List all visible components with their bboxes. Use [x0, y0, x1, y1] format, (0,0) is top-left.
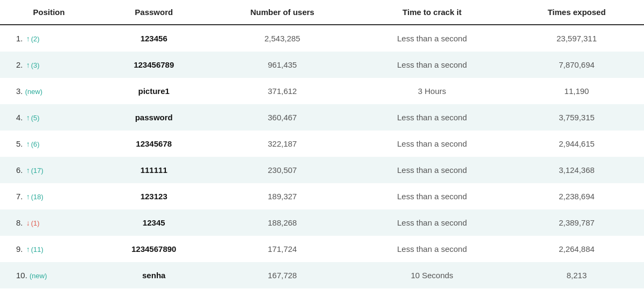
- table-header-row: Position Password Number of users Time t…: [0, 0, 644, 25]
- rank-number: 4.: [16, 113, 23, 122]
- table-row: 1. ↑(2)1234562,543,285Less than a second…: [0, 25, 644, 52]
- cell-password: 12345678: [98, 131, 210, 157]
- position-change: (6): [31, 140, 40, 148]
- arrow-down-icon: ↓: [26, 219, 30, 227]
- cell-position: 3. (new): [0, 78, 98, 104]
- rank-number: 6.: [16, 165, 23, 175]
- header-times-exposed: Times exposed: [509, 0, 644, 25]
- cell-password: 123123: [98, 183, 210, 209]
- cell-num-users: 171,724: [210, 236, 355, 262]
- arrow-up-icon: ↑: [26, 61, 30, 69]
- cell-position: 1. ↑(2): [0, 25, 98, 52]
- cell-num-users: 360,467: [210, 104, 355, 131]
- cell-position: 2. ↑(3): [0, 52, 98, 78]
- arrow-up-icon: ↑: [26, 245, 30, 254]
- cell-time-to-crack: Less than a second: [355, 25, 509, 52]
- cell-times-exposed: 2,389,787: [509, 209, 644, 236]
- cell-times-exposed: 11,190: [509, 78, 644, 104]
- cell-time-to-crack: 3 Hours: [355, 78, 509, 104]
- rank-number: 1.: [16, 34, 23, 43]
- rank-number: 9.: [16, 244, 23, 254]
- cell-times-exposed: 2,238,694: [509, 183, 644, 209]
- rank-number: 8.: [16, 218, 23, 227]
- cell-times-exposed: 23,597,311: [509, 25, 644, 52]
- cell-times-exposed: 2,944,615: [509, 131, 644, 157]
- position-change: (3): [31, 61, 40, 69]
- cell-position: 8. ↓(1): [0, 209, 98, 236]
- cell-password: password: [98, 104, 210, 131]
- arrow-up-icon: ↑: [26, 113, 30, 122]
- cell-password: senha: [98, 262, 210, 288]
- cell-time-to-crack: Less than a second: [355, 104, 509, 131]
- position-change: (5): [31, 114, 40, 122]
- cell-password: picture1: [98, 78, 210, 104]
- cell-num-users: 167,728: [210, 262, 355, 288]
- header-position: Position: [0, 0, 98, 25]
- cell-time-to-crack: Less than a second: [355, 209, 509, 236]
- arrow-up-icon: ↑: [26, 34, 30, 43]
- cell-position: 7. ↑(18): [0, 183, 98, 209]
- cell-times-exposed: 8,213: [509, 262, 644, 288]
- header-time-to-crack: Time to crack it: [355, 0, 509, 25]
- cell-time-to-crack: Less than a second: [355, 131, 509, 157]
- cell-times-exposed: 2,264,884: [509, 236, 644, 262]
- position-change: (11): [31, 245, 43, 254]
- cell-time-to-crack: Less than a second: [355, 52, 509, 78]
- rank-number: 7.: [16, 192, 23, 201]
- table-row: 5. ↑(6)12345678322,187Less than a second…: [0, 131, 644, 157]
- header-num-users: Number of users: [210, 0, 355, 25]
- table-row: 6. ↑(17)111111230,507Less than a second3…: [0, 157, 644, 183]
- cell-password: 1234567890: [98, 236, 210, 262]
- arrow-up-icon: ↑: [26, 140, 30, 148]
- cell-position: 9. ↑(11): [0, 236, 98, 262]
- cell-num-users: 188,268: [210, 209, 355, 236]
- cell-password: 123456789: [98, 52, 210, 78]
- rank-number: 10.: [16, 271, 27, 280]
- cell-num-users: 189,327: [210, 183, 355, 209]
- position-change: (18): [31, 193, 43, 201]
- cell-times-exposed: 7,870,694: [509, 52, 644, 78]
- password-table: Position Password Number of users Time t…: [0, 0, 644, 288]
- cell-times-exposed: 3,759,315: [509, 104, 644, 131]
- rank-number: 3.: [16, 86, 23, 96]
- cell-time-to-crack: 10 Seconds: [355, 262, 509, 288]
- cell-position: 4. ↑(5): [0, 104, 98, 131]
- cell-num-users: 322,187: [210, 131, 355, 157]
- cell-num-users: 371,612: [210, 78, 355, 104]
- rank-number: 5.: [16, 139, 23, 148]
- header-password: Password: [98, 0, 210, 25]
- table-row: 7. ↑(18)123123189,327Less than a second2…: [0, 183, 644, 209]
- position-change-new: (new): [30, 272, 47, 280]
- arrow-up-icon: ↑: [26, 192, 30, 201]
- arrow-up-icon: ↑: [26, 166, 30, 175]
- rank-number: 2.: [16, 60, 23, 69]
- cell-position: 10. (new): [0, 262, 98, 288]
- cell-position: 5. ↑(6): [0, 131, 98, 157]
- cell-time-to-crack: Less than a second: [355, 236, 509, 262]
- position-change-new: (new): [25, 88, 43, 96]
- position-change: (2): [31, 35, 40, 43]
- cell-time-to-crack: Less than a second: [355, 183, 509, 209]
- cell-position: 6. ↑(17): [0, 157, 98, 183]
- position-change: (17): [31, 167, 43, 175]
- position-change: (1): [31, 219, 40, 227]
- table-row: 9. ↑(11)1234567890171,724Less than a sec…: [0, 236, 644, 262]
- cell-times-exposed: 3,124,368: [509, 157, 644, 183]
- cell-num-users: 2,543,285: [210, 25, 355, 52]
- table-row: 8. ↓(1)12345188,268Less than a second2,3…: [0, 209, 644, 236]
- table-row: 2. ↑(3)123456789961,435Less than a secon…: [0, 52, 644, 78]
- table-row: 10. (new)senha167,72810 Seconds8,213: [0, 262, 644, 288]
- cell-time-to-crack: Less than a second: [355, 157, 509, 183]
- cell-num-users: 961,435: [210, 52, 355, 78]
- cell-password: 12345: [98, 209, 210, 236]
- cell-num-users: 230,507: [210, 157, 355, 183]
- password-table-container: Position Password Number of users Time t…: [0, 0, 644, 288]
- table-row: 3. (new)picture1371,6123 Hours11,190: [0, 78, 644, 104]
- cell-password: 123456: [98, 25, 210, 52]
- cell-password: 111111: [98, 157, 210, 183]
- table-row: 4. ↑(5)password360,467Less than a second…: [0, 104, 644, 131]
